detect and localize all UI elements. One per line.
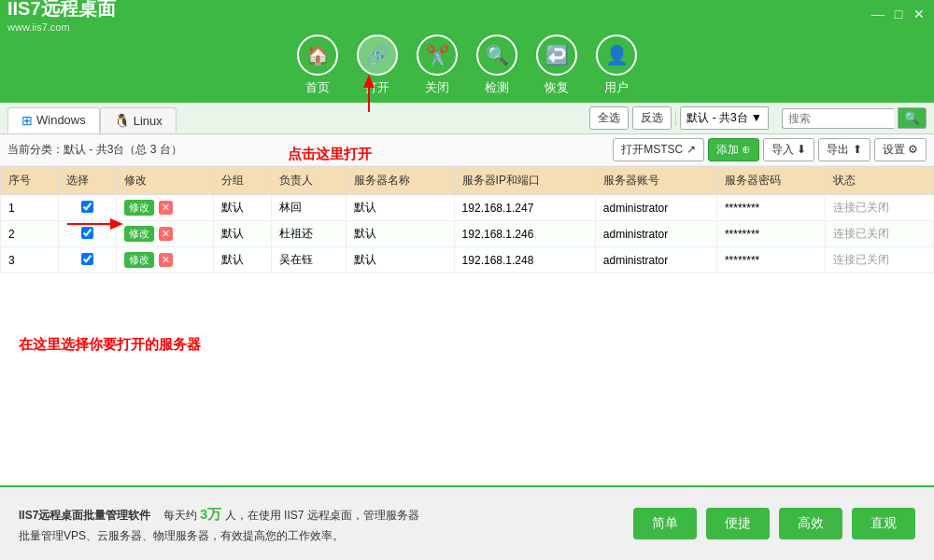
cell-servername: 默认 <box>346 195 454 221</box>
cell-modify[interactable]: 修改 ✕ <box>116 195 213 221</box>
footer-line2: 批量管理VPS、云服务器、物理服务器，有效提高您的工作效率。 <box>19 526 419 547</box>
close-button[interactable]: ✕ <box>912 7 927 21</box>
linux-icon: 🐧 <box>114 113 130 128</box>
cell-status: 连接已关闭 <box>825 221 933 247</box>
toolbar-close-conn[interactable]: ✂️ 关闭 <box>417 35 458 96</box>
cell-id: 2 <box>1 221 59 247</box>
toolbar-user[interactable]: 👤 用户 <box>596 35 637 96</box>
row-checkbox-3[interactable] <box>81 253 93 265</box>
server-table-container: 序号 选择 修改 分组 负责人 服务器名称 服务器IP和端口 服务器账号 服务器… <box>0 166 934 485</box>
col-header-modify: 修改 <box>116 167 213 195</box>
cell-owner: 杜祖还 <box>271 221 346 247</box>
footer-btn-efficient[interactable]: 高效 <box>779 508 842 539</box>
main-toolbar: 🏠 首页 🔗 打开 ✂️ 关闭 🔍 检测 ↩️ 恢复 👤 用户 <box>0 28 934 103</box>
detect-icon: 🔍 <box>476 35 517 76</box>
modify-button-1[interactable]: 修改 <box>124 200 154 216</box>
tab-windows-label: Windows <box>36 113 86 127</box>
row-checkbox-2[interactable] <box>81 227 93 239</box>
cell-ip: 192.168.1.248 <box>454 247 595 273</box>
settings-button[interactable]: 设置 ⚙ <box>874 138 927 161</box>
cell-account: administrator <box>595 221 716 247</box>
tab-linux-label: Linux <box>134 114 163 128</box>
tabs-row: ⊞ Windows 🐧 Linux 全选 反选 默认 - 共3台 ▼ 🔍 <box>0 103 934 134</box>
cell-group: 默认 <box>214 221 272 247</box>
toolbar-open[interactable]: 🔗 打开 <box>357 35 398 96</box>
col-header-id: 序号 <box>1 167 59 195</box>
add-button[interactable]: 添加 ⊕ <box>708 138 759 161</box>
col-header-status: 状态 <box>825 167 933 195</box>
cell-checkbox[interactable] <box>58 221 116 247</box>
delete-button-1[interactable]: ✕ <box>159 201 173 215</box>
minimize-button[interactable]: — <box>870 7 885 21</box>
modify-button-3[interactable]: 修改 <box>124 252 154 268</box>
table-row: 1 修改 ✕ 默认 林回 默认 192.168.1.247 administra… <box>1 195 934 221</box>
group-dropdown-button[interactable]: 默认 - 共3台 ▼ <box>680 106 769 130</box>
user-label: 用户 <box>604 79 629 96</box>
cell-status: 连接已关闭 <box>825 195 933 221</box>
toolbar-detect[interactable]: 🔍 检测 <box>476 35 517 96</box>
open-mstsc-button[interactable]: 打开MSTSC ↗ <box>613 138 703 161</box>
export-button[interactable]: 导出 ⬆ <box>818 138 870 161</box>
cell-modify[interactable]: 修改 ✕ <box>116 221 213 247</box>
cell-account: administrator <box>595 195 716 221</box>
cell-ip: 192.168.1.247 <box>454 195 595 221</box>
maximize-button[interactable]: □ <box>891 7 906 21</box>
cell-servername: 默认 <box>346 221 454 247</box>
toolbar-recover[interactable]: ↩️ 恢复 <box>536 35 577 96</box>
detect-label: 检测 <box>485 79 509 96</box>
footer-highlight: 3万 <box>200 506 221 522</box>
title-bar-left: IIS7远程桌面 www.iis7.com <box>7 0 116 33</box>
cell-status: 连接已关闭 <box>825 247 933 273</box>
cell-id: 1 <box>1 195 59 221</box>
cell-id: 3 <box>1 247 59 273</box>
table-row: 2 修改 ✕ 默认 杜祖还 默认 192.168.1.246 administr… <box>1 221 934 247</box>
col-header-group: 分组 <box>214 167 272 195</box>
invert-select-button[interactable]: 反选 <box>632 106 672 130</box>
cell-modify[interactable]: 修改 ✕ <box>116 247 213 273</box>
col-header-ip: 服务器IP和端口 <box>454 167 595 195</box>
app-subtitle: www.iis7.com <box>7 21 116 33</box>
tab-linux[interactable]: 🐧 Linux <box>100 107 177 133</box>
footer: IIS7远程桌面批量管理软件 每天约 3万 人，在使用 IIS7 远程桌面，管理… <box>0 485 934 560</box>
cell-account: administrator <box>595 247 716 273</box>
footer-btn-visual[interactable]: 直观 <box>852 508 915 539</box>
windows-icon: ⊞ <box>21 113 33 128</box>
toolbar-home[interactable]: 🏠 首页 <box>297 35 338 96</box>
footer-app-name: IIS7远程桌面批量管理软件 <box>19 509 150 522</box>
delete-button-2[interactable]: ✕ <box>159 227 173 241</box>
cell-checkbox[interactable] <box>58 247 116 273</box>
import-button[interactable]: 导入 ⬇ <box>763 138 814 161</box>
footer-buttons: 简单 便捷 高效 直观 <box>633 508 915 539</box>
cell-owner: 林回 <box>271 195 346 221</box>
footer-btn-convenient[interactable]: 便捷 <box>706 508 770 539</box>
footer-text: IIS7远程桌面批量管理软件 每天约 3万 人，在使用 IIS7 远程桌面，管理… <box>19 501 419 547</box>
col-header-account: 服务器账号 <box>595 167 716 195</box>
search-button[interactable]: 🔍 <box>898 107 927 129</box>
col-header-servername: 服务器名称 <box>346 167 454 195</box>
open-icon: 🔗 <box>357 35 398 76</box>
content-area: ⊞ Windows 🐧 Linux 全选 反选 默认 - 共3台 ▼ 🔍 当前分… <box>0 103 934 485</box>
tab-windows[interactable]: ⊞ Windows <box>7 107 100 133</box>
cell-group: 默认 <box>214 195 272 221</box>
table-header-row: 序号 选择 修改 分组 负责人 服务器名称 服务器IP和端口 服务器账号 服务器… <box>1 167 934 195</box>
footer-btn-simple[interactable]: 简单 <box>633 508 697 539</box>
search-input[interactable] <box>782 108 894 129</box>
cell-password: ******** <box>716 221 825 247</box>
col-header-password: 服务器密码 <box>716 167 825 195</box>
cell-password: ******** <box>716 247 825 273</box>
close-conn-icon: ✂️ <box>417 35 458 76</box>
user-icon: 👤 <box>596 35 637 76</box>
cell-password: ******** <box>716 195 825 221</box>
delete-button-3[interactable]: ✕ <box>159 253 173 267</box>
col-header-select: 选择 <box>58 167 116 195</box>
cell-ip: 192.168.1.246 <box>454 221 595 247</box>
select-all-button[interactable]: 全选 <box>589 106 629 130</box>
table-row: 3 修改 ✕ 默认 吴在钰 默认 192.168.1.248 administr… <box>1 247 934 273</box>
row-checkbox-1[interactable] <box>81 201 93 213</box>
cell-checkbox[interactable] <box>58 195 116 221</box>
cell-group: 默认 <box>214 247 272 273</box>
modify-button-2[interactable]: 修改 <box>124 226 154 242</box>
category-label: 当前分类：默认 - 共3台（总 3 台） <box>7 142 182 158</box>
recover-label: 恢复 <box>545 79 569 96</box>
recover-icon: ↩️ <box>536 35 577 76</box>
